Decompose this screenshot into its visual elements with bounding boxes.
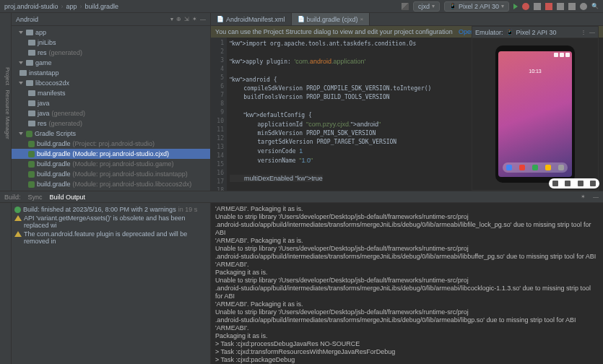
build-tab-sync[interactable]: Sync bbox=[28, 194, 43, 201]
clock: 10:13 bbox=[498, 69, 572, 74]
build-tree[interactable]: Build: finished at 2023/5/16, 8:00 PM wi… bbox=[12, 203, 211, 364]
app-icon[interactable] bbox=[506, 165, 512, 170]
left-tool-strip[interactable]: Project Resource Manager bbox=[0, 13, 12, 191]
hide-icon[interactable]: — bbox=[593, 194, 599, 200]
project-tree[interactable]: app jniLibs res (generated) game instant… bbox=[12, 26, 210, 191]
hide-icon[interactable]: — bbox=[200, 16, 206, 22]
tree-item[interactable]: build.gradle (Module: proj.android-studi… bbox=[12, 159, 210, 169]
gradle-icon bbox=[28, 161, 35, 168]
banner-text: You can use the Project Structure dialog… bbox=[215, 28, 453, 35]
folder-icon bbox=[28, 100, 35, 106]
titlebar: proj.android-studio› app› build.gradle c… bbox=[0, 0, 603, 13]
crumb[interactable]: proj.android-studio bbox=[4, 3, 58, 10]
close-icon[interactable]: × bbox=[360, 16, 364, 22]
tree-item[interactable]: game bbox=[12, 58, 210, 68]
debug-icon[interactable] bbox=[522, 3, 529, 10]
tree-item[interactable]: build.gradle (Project: proj.android-stud… bbox=[12, 139, 210, 149]
bottom-panel: Build: Sync Build Output ✶ — Build: fini… bbox=[0, 191, 603, 364]
warn-icon bbox=[14, 231, 22, 237]
build-tab-output[interactable]: Build Output bbox=[50, 194, 86, 201]
emulator-controls[interactable] bbox=[549, 178, 599, 188]
folder-icon bbox=[28, 90, 35, 96]
tree-item[interactable]: app bbox=[12, 27, 210, 38]
build-tabs: Build: Sync Build Output ✶ — bbox=[0, 191, 603, 203]
folder-icon bbox=[28, 50, 35, 56]
app-icon[interactable] bbox=[558, 165, 564, 170]
sdk-icon[interactable] bbox=[568, 3, 576, 10]
gradle-icon bbox=[28, 181, 35, 188]
crumb[interactable]: build.gradle bbox=[85, 3, 119, 10]
tree-item[interactable]: res (generated) bbox=[12, 48, 210, 58]
tab-build-gradle[interactable]: 📄build.gradle (cjxd)× bbox=[292, 13, 370, 25]
app-icon[interactable] bbox=[545, 165, 551, 170]
folder-icon bbox=[28, 121, 35, 126]
build-icon[interactable] bbox=[402, 3, 409, 10]
build-tree-item[interactable]: Build: finished at 2023/5/16, 8:00 PM wi… bbox=[14, 205, 207, 214]
breadcrumb: proj.android-studio› app› build.gradle bbox=[4, 3, 399, 10]
emulator-viewport[interactable]: 10:13 bbox=[472, 38, 598, 190]
app-icon[interactable] bbox=[519, 165, 525, 170]
line-gutter[interactable]: 1234567891011121314151617181920 bbox=[211, 38, 227, 191]
home-icon bbox=[565, 181, 571, 186]
check-icon bbox=[14, 207, 21, 213]
tree-item[interactable]: java (generated) bbox=[12, 108, 210, 118]
tab-manifest[interactable]: 📄AndroidManifest.xml bbox=[211, 13, 292, 25]
app-icon[interactable] bbox=[532, 165, 538, 170]
settings-icon[interactable] bbox=[580, 3, 587, 10]
editor-tabs: 📄AndroidManifest.xml 📄build.gradle (cjxd… bbox=[211, 13, 603, 26]
locate-icon[interactable]: ⊕ bbox=[176, 16, 181, 22]
search-icon[interactable]: 🔍 bbox=[591, 3, 599, 9]
app-dock[interactable] bbox=[503, 162, 568, 173]
emulator-device[interactable]: Pixel 2 API 30 bbox=[516, 29, 557, 36]
project-panel: Android▾ ⊕ ⇲ ✶ — app jniLibs res (genera… bbox=[12, 13, 211, 191]
folder-icon bbox=[28, 110, 35, 116]
more-icon bbox=[590, 181, 596, 186]
tree-item[interactable]: build.gradle (Module: proj.android-studi… bbox=[12, 179, 210, 189]
crumb[interactable]: app bbox=[66, 3, 77, 10]
gradle-icon bbox=[28, 141, 35, 147]
tree-item[interactable]: java bbox=[12, 98, 210, 108]
folder-icon bbox=[26, 30, 33, 35]
folder-icon bbox=[19, 70, 27, 76]
folder-icon bbox=[28, 40, 35, 46]
tree-item[interactable]: instantapp bbox=[12, 68, 210, 78]
gradle-icon bbox=[28, 151, 35, 157]
build-console[interactable]: 'ARMEABI'. Packaging it as is.Unable to … bbox=[211, 203, 603, 364]
build-tab-label: Build: bbox=[4, 194, 21, 201]
tree-item[interactable]: build.gradle (Module: proj.android-studi… bbox=[12, 169, 210, 179]
project-view-selector[interactable]: Android bbox=[16, 16, 168, 23]
run-config-selector[interactable]: cjxd▾ bbox=[413, 1, 440, 12]
back-icon bbox=[552, 181, 558, 186]
build-tree-item[interactable]: The com.android.feature plugin is deprec… bbox=[14, 230, 207, 246]
profiler-icon[interactable] bbox=[534, 3, 541, 10]
device-screen[interactable]: 10:13 bbox=[498, 51, 572, 177]
project-panel-header: Android▾ ⊕ ⇲ ✶ — bbox=[12, 13, 210, 26]
hide-icon[interactable]: — bbox=[589, 29, 595, 35]
device-selector[interactable]: 📱Pixel 2 API 30▾ bbox=[444, 1, 509, 12]
tree-item[interactable]: jniLibs bbox=[12, 38, 210, 48]
tree-item[interactable]: manifests bbox=[12, 88, 210, 98]
collapse-icon[interactable]: ⇲ bbox=[184, 16, 189, 22]
build-tree-item[interactable]: API 'variant.getMergeAssets()' is obsole… bbox=[14, 214, 207, 230]
tree-item[interactable]: Gradle Scripts bbox=[12, 129, 210, 139]
tree-item[interactable]: libcocos2dx bbox=[12, 78, 210, 88]
gear-icon[interactable]: ✶ bbox=[581, 194, 586, 200]
build-tool-strip[interactable] bbox=[0, 203, 12, 364]
tree-item[interactable]: res (generated) bbox=[12, 118, 210, 129]
emulator-panel: Emulator: 📱 Pixel 2 API 30 ⋮ — 10:13 bbox=[472, 26, 599, 191]
folder-icon bbox=[26, 80, 33, 86]
toolbar-right: cjxd▾ 📱Pixel 2 API 30▾ 🔍 bbox=[402, 1, 599, 12]
stop-icon[interactable] bbox=[545, 3, 552, 10]
status-bar bbox=[554, 53, 570, 57]
run-icon[interactable] bbox=[513, 4, 518, 9]
warn-icon bbox=[14, 215, 22, 221]
emulator-menu-icon[interactable]: ⋮ bbox=[581, 29, 586, 35]
avd-icon[interactable] bbox=[557, 3, 564, 10]
tree-item[interactable]: build.gradle (Module: proj.android-studi… bbox=[12, 149, 210, 159]
recents-icon bbox=[578, 181, 584, 186]
gradle-icon bbox=[26, 131, 32, 137]
settings-icon[interactable]: ✶ bbox=[192, 16, 197, 22]
device-frame: 10:13 bbox=[495, 46, 575, 183]
folder-icon bbox=[26, 60, 33, 66]
emulator-header: Emulator: 📱 Pixel 2 API 30 ⋮ — bbox=[472, 27, 598, 38]
